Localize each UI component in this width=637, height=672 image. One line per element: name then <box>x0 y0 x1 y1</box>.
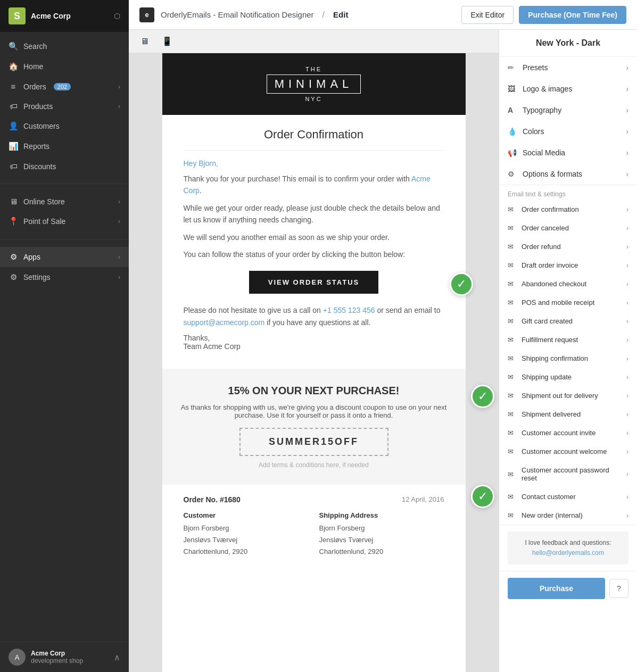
app-icon: e <box>139 7 154 22</box>
mail-icon: ✉ <box>508 410 516 418</box>
search-icon: 🔍 <box>9 42 18 51</box>
mail-icon: ✉ <box>508 243 516 251</box>
sidebar-footer[interactable]: A Acme Corp development shop ∧ <box>0 642 129 672</box>
panel-row-colors[interactable]: 💧 Colors › <box>499 121 637 142</box>
order-header: Order No. #1680 12 April, 2016 <box>184 495 444 504</box>
sidebar-item-reports[interactable]: 📊 Reports <box>0 136 129 156</box>
email-para4: You can follow the status of your order … <box>184 248 444 260</box>
options-label: Options & formats <box>523 170 621 178</box>
orders-icon: ≡ <box>9 82 18 91</box>
sidebar-item-label: Customers <box>23 122 60 130</box>
customer-col: Customer Bjorn ForsbergJensløvs TværvejC… <box>184 511 309 558</box>
email-greeting: Hey Bjorn, <box>184 159 444 168</box>
mail-icon: ✉ <box>508 298 516 306</box>
chevron-right-icon: › <box>626 148 628 157</box>
email-preview-panel: 🖥 📱 THE MINIMAL NYC Order Confirmation <box>129 30 499 672</box>
panel-email-shipping-confirmation[interactable]: ✉ Shipping confirmation › <box>499 349 637 368</box>
panel-email-contact-customer[interactable]: ✉ Contact customer › <box>499 487 637 506</box>
email-settings-section: Email text & settings ✉ Order confirmati… <box>499 185 637 525</box>
chevron-right-icon: › <box>626 280 628 288</box>
panel-email-shipment-delivered[interactable]: ✉ Shipment delivered › <box>499 405 637 424</box>
sidebar-item-apps[interactable]: ⚙ Apps › <box>0 247 129 267</box>
panel-email-new-order[interactable]: ✉ New order (internal) › <box>499 506 637 525</box>
sidebar-item-home[interactable]: 🏠 Home <box>0 56 129 77</box>
online-store-icon: 🖥 <box>9 197 18 206</box>
feedback-email-link[interactable]: hello@orderlyemails.com <box>532 549 604 557</box>
email-body: Order Confirmation Hey Bjorn, Thank you … <box>162 115 466 363</box>
sidebar-item-products[interactable]: 🏷 Products › <box>0 96 129 116</box>
sidebar-item-label: Point of Sale <box>23 217 65 226</box>
email-cta-button[interactable]: VIEW ORDER STATUS <box>249 271 378 294</box>
email-para1: Thank you for your purchase! This email … <box>184 173 444 197</box>
customer-col-title: Customer <box>184 511 309 519</box>
products-icon: 🏷 <box>9 102 18 111</box>
promo-title: 15% ON YOUR NEXT PURCHASE! <box>173 385 455 397</box>
panel-purchase-button[interactable]: Purchase <box>508 578 605 599</box>
panel-help-button[interactable]: ? <box>609 579 628 598</box>
chevron-right-icon: › <box>118 273 120 281</box>
right-panel: New York - Dark ✏ Presets › 🖼 Logo & ima… <box>499 30 637 672</box>
customer-col-text: Bjorn ForsbergJensløvs TværvejCharlotten… <box>184 522 309 558</box>
email-cta-wrap: VIEW ORDER STATUS <box>184 271 444 294</box>
external-link-icon[interactable]: ⬡ <box>114 12 120 20</box>
feedback-text: I love feedback and questions: <box>525 539 611 546</box>
email-promo: 15% ON YOUR NEXT PURCHASE! As thanks for… <box>162 369 466 485</box>
sidebar-header: S Acme Corp ⬡ <box>0 0 129 32</box>
panel-row-social-media[interactable]: 📢 Social Media › <box>499 142 637 163</box>
panel-email-pos-receipt[interactable]: ✉ POS and mobile receipt › <box>499 293 637 312</box>
brand-name: MINIMAL <box>267 74 361 94</box>
panel-row-typography[interactable]: A Typography › <box>499 99 637 121</box>
chevron-right-icon: › <box>626 225 628 232</box>
chevron-right-icon: › <box>626 448 628 455</box>
sidebar-nav-apps: ⚙ Apps › ⚙ Settings › <box>0 243 129 292</box>
panel-row-options-formats[interactable]: ⚙ Options & formats › <box>499 163 637 185</box>
panel-email-abandoned-checkout[interactable]: ✉ Abandoned checkout › <box>499 275 637 293</box>
sidebar-item-discounts[interactable]: 🏷 Discounts <box>0 156 129 176</box>
customers-icon: 👤 <box>9 121 18 131</box>
mail-icon: ✉ <box>508 224 516 232</box>
panel-email-order-refund[interactable]: ✉ Order refund › <box>499 237 637 256</box>
panel-email-gift-card[interactable]: ✉ Gift card created › <box>499 312 637 330</box>
purchase-button[interactable]: Purchase (One Time Fee) <box>519 6 626 24</box>
content-area: 🖥 📱 THE MINIMAL NYC Order Confirmation <box>129 30 637 672</box>
brand-top: THE <box>175 66 453 72</box>
sidebar-item-label: Settings <box>23 273 51 281</box>
panel-email-fulfillment[interactable]: ✉ Fulfillment request › <box>499 330 637 349</box>
shipping-col-title: Shipping Address <box>319 511 444 519</box>
sidebar-item-settings[interactable]: ⚙ Settings › <box>0 267 129 287</box>
avatar: A <box>9 649 26 666</box>
panel-email-order-canceled[interactable]: ✉ Order canceled › <box>499 219 637 237</box>
exit-editor-button[interactable]: Exit Editor <box>461 6 514 24</box>
mail-icon: ✉ <box>508 470 516 478</box>
desktop-view-button[interactable]: 🖥 <box>136 35 153 48</box>
topbar-actions: Exit Editor Purchase (One Time Fee) <box>461 6 626 24</box>
panel-email-account-welcome[interactable]: ✉ Customer account welcome › <box>499 442 637 461</box>
sidebar-item-search[interactable]: 🔍 Search <box>0 36 129 56</box>
sidebar: S Acme Corp ⬡ 🔍 Search 🏠 Home ≡ Orders 2… <box>0 0 129 672</box>
sidebar-item-label: Search <box>23 42 47 51</box>
shipping-col-text: Bjorn ForsbergJensløvs TværvejCharlotten… <box>319 522 444 558</box>
panel-email-order-confirmation[interactable]: ✉ Order confirmation › <box>499 200 637 219</box>
sidebar-item-online-store[interactable]: 🖥 Online Store › <box>0 192 129 211</box>
panel-row-logo-images[interactable]: 🖼 Logo & images › <box>499 78 637 99</box>
panel-email-shipping-update[interactable]: ✉ Shipping update › <box>499 368 637 386</box>
sidebar-item-orders[interactable]: ≡ Orders 202 › <box>0 77 129 96</box>
mail-icon: ✉ <box>508 511 516 519</box>
sidebar-item-point-of-sale[interactable]: 📍 Point of Sale › <box>0 211 129 231</box>
chevron-right-icon: › <box>626 411 628 418</box>
panel-email-shipment-out[interactable]: ✉ Shipment out for delivery › <box>499 386 637 405</box>
email-support-link[interactable]: support@acmecorp.com <box>184 318 265 327</box>
panel-row-presets[interactable]: ✏ Presets › <box>499 57 637 78</box>
phone-link[interactable]: +1 555 123 456 <box>323 306 375 314</box>
panel-email-draft-order-invoice[interactable]: ✉ Draft order invoice › <box>499 256 637 275</box>
mail-icon: ✉ <box>508 373 516 381</box>
mail-icon: ✉ <box>508 429 516 437</box>
topbar-page: Edit <box>333 10 348 19</box>
sidebar-item-customers[interactable]: 👤 Customers <box>0 116 129 136</box>
social-media-icon: 📢 <box>508 148 517 157</box>
chevron-right-icon: › <box>626 374 628 381</box>
mobile-view-button[interactable]: 📱 <box>158 34 177 48</box>
panel-email-account-invite[interactable]: ✉ Customer account invite › <box>499 424 637 442</box>
chevron-right-icon: › <box>626 63 628 72</box>
panel-email-password-reset[interactable]: ✉ Customer account password reset › <box>499 461 637 487</box>
